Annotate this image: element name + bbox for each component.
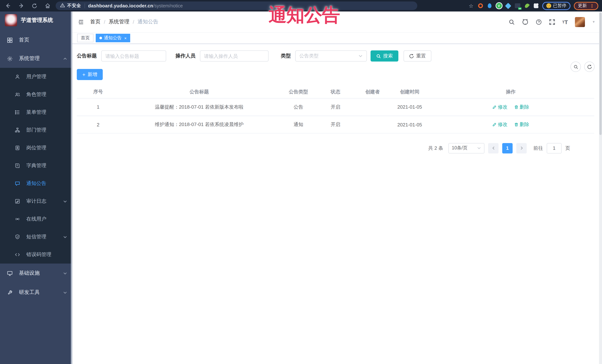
- sidebar-item-notice[interactable]: 通知公告: [0, 175, 72, 192]
- fullscreen-icon[interactable]: [549, 19, 555, 25]
- extensions-puzzle-icon[interactable]: [533, 3, 539, 9]
- font-size-icon[interactable]: TT: [562, 19, 568, 25]
- sidebar-item-post-mgmt[interactable]: 岗位管理: [0, 139, 72, 157]
- pagination-total: 共 2 条: [428, 145, 443, 151]
- tab-close-icon[interactable]: ×: [124, 36, 127, 40]
- refresh-table-button[interactable]: [584, 62, 595, 72]
- type-select[interactable]: 公告类型: [295, 50, 367, 62]
- col-type: 公告类型: [279, 86, 318, 98]
- goto-page-input[interactable]: [547, 143, 562, 153]
- profile-paused-pill[interactable]: 已暂停: [542, 2, 570, 10]
- breadcrumb-home[interactable]: 首页: [90, 19, 100, 25]
- title-field-label: 公告标题: [77, 53, 97, 59]
- extension-gem-icon[interactable]: [505, 3, 511, 9]
- extension-on-badge-icon[interactable]: on: [515, 3, 520, 9]
- search-form: 公告标题 操作人员 类型 公告类型 搜索 重置: [77, 50, 598, 62]
- browser-menu-dots-icon[interactable]: ⋮: [590, 4, 594, 8]
- bookmark-star-icon[interactable]: ☆: [468, 3, 474, 9]
- operator-field-label: 操作人员: [175, 53, 195, 59]
- shield-icon: [15, 234, 20, 239]
- extension-sprout-icon[interactable]: [524, 3, 530, 9]
- sidebar-item-infra[interactable]: 基础设施: [0, 264, 72, 283]
- table-row[interactable]: 1 温馨提醒：2018-07-01 若依新版本发布啦 公告 开启 2021-01…: [77, 98, 594, 116]
- sidebar-menu: 首页 系统管理 用户管理 角色管理: [0, 31, 72, 302]
- caret-down-icon[interactable]: ▼: [592, 20, 595, 24]
- page-size-select[interactable]: 10条/页: [448, 143, 484, 153]
- tab-notice[interactable]: 通知公告 ×: [96, 34, 130, 42]
- extension-blue-drop-icon[interactable]: [487, 3, 493, 9]
- title-input[interactable]: [101, 50, 166, 62]
- table-row[interactable]: 2 维护通知：2018-07-01 若依系统凌晨维护 通知 开启 2021-01…: [77, 116, 594, 133]
- cell-create-time: 2021-01-05: [392, 98, 427, 116]
- chevron-down-icon: [63, 291, 67, 294]
- sidebar-item-label: 短信管理: [26, 234, 46, 240]
- user-avatar[interactable]: [575, 17, 585, 27]
- add-button[interactable]: + 新增: [77, 69, 103, 80]
- operator-input[interactable]: [200, 50, 269, 62]
- sidebar-item-role-mgmt[interactable]: 角色管理: [0, 86, 72, 104]
- back-icon[interactable]: [5, 3, 11, 9]
- sidebar-collapse-icon[interactable]: [78, 19, 84, 25]
- help-icon[interactable]: [536, 19, 542, 25]
- github-icon[interactable]: [522, 19, 528, 25]
- cell-creator: [353, 98, 392, 116]
- list-icon: [15, 110, 20, 115]
- tab-active-dot: [99, 37, 102, 39]
- extension-orange-icon[interactable]: [477, 3, 483, 9]
- delete-link[interactable]: 删除: [514, 104, 529, 110]
- user-icon: [15, 74, 20, 79]
- tab-home[interactable]: 首页: [77, 34, 94, 42]
- breadcrumb-current: 通知公告: [138, 19, 158, 25]
- extension-green-v-icon[interactable]: V: [496, 3, 502, 9]
- sidebar-item-errcode-mgmt[interactable]: 错误码管理: [0, 246, 72, 264]
- toggle-search-button[interactable]: [570, 62, 581, 72]
- sidebar-item-audit-log[interactable]: 审计日志: [0, 192, 72, 210]
- browser-update-button[interactable]: 更新 ⋮: [574, 2, 598, 10]
- cell-type: 公告: [279, 98, 318, 116]
- sidebar-item-sms-mgmt[interactable]: 短信管理: [0, 228, 72, 246]
- page-scrollbar[interactable]: [599, 11, 602, 364]
- col-index: 序号: [77, 86, 119, 98]
- sidebar-scrollbar[interactable]: [71, 11, 72, 364]
- sidebar-item-dict-mgmt[interactable]: 字典管理: [0, 157, 72, 175]
- url-host: dashboard.yudao.iocoder.cn: [88, 3, 153, 8]
- sidebar-item-menu-mgmt[interactable]: 菜单管理: [0, 104, 72, 121]
- chevron-down-icon: [63, 271, 67, 275]
- id-badge-icon: [15, 145, 20, 150]
- search-icon: [376, 53, 381, 58]
- cell-type: 通知: [279, 116, 318, 133]
- sidebar-item-home[interactable]: 首页: [0, 31, 72, 49]
- sidebar-item-label: 部门管理: [26, 127, 46, 134]
- edit-link[interactable]: 修改: [492, 121, 507, 128]
- breadcrumb-separator: /: [133, 19, 134, 25]
- sidebar-item-label: 字典管理: [26, 162, 46, 169]
- sidebar-item-user-mgmt[interactable]: 用户管理: [0, 68, 72, 86]
- scrollbar-thumb[interactable]: [599, 13, 602, 135]
- sidebar-item-devtools[interactable]: 研发工具: [0, 283, 72, 302]
- breadcrumb-system[interactable]: 系统管理: [109, 19, 129, 25]
- chevron-down-icon: [358, 54, 363, 58]
- annotation-overlay-title: 通知公告: [269, 3, 340, 27]
- pagination: 共 2 条 10条/页 1 前往 页: [77, 143, 598, 153]
- sidebar-item-system[interactable]: 系统管理: [0, 49, 72, 68]
- forward-icon[interactable]: [19, 3, 24, 9]
- sidebar-logo-row[interactable]: 芋道管理系统: [0, 11, 72, 29]
- search-button[interactable]: 搜索: [371, 50, 398, 62]
- page-number-1[interactable]: 1: [502, 143, 513, 153]
- search-icon[interactable]: [508, 19, 515, 25]
- security-warning-icon: [60, 3, 65, 9]
- reload-icon[interactable]: [32, 3, 37, 8]
- edit-pencil-icon: [492, 122, 497, 127]
- sidebar-item-online-users[interactable]: 在线用户: [0, 210, 72, 228]
- next-page-button[interactable]: [516, 143, 527, 153]
- sidebar-item-label: 基础设施: [19, 270, 40, 277]
- prev-page-button[interactable]: [488, 143, 498, 153]
- log-edit-icon: [15, 199, 20, 204]
- delete-link[interactable]: 删除: [514, 121, 529, 128]
- home-icon[interactable]: [45, 3, 50, 9]
- edit-link[interactable]: 修改: [492, 104, 507, 110]
- plus-icon: +: [82, 72, 85, 77]
- reset-button[interactable]: 重置: [404, 50, 431, 62]
- address-bar[interactable]: 不安全 dashboard.yudao.iocoder.cn/system/no…: [56, 1, 417, 10]
- sidebar-item-dept-mgmt[interactable]: 部门管理: [0, 121, 72, 139]
